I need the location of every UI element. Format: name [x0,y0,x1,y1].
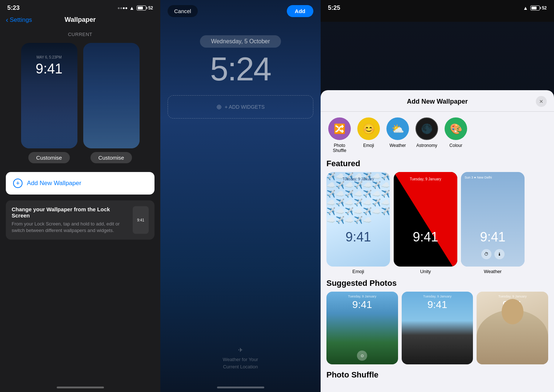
close-icon: ✕ [539,99,543,104]
emoji-type-icon: 😊 [357,117,380,140]
astronomy-label: Astronomy [416,143,437,148]
emoji-date: Tuesday, 9 January [326,177,390,181]
suggested-grid: Tuesday, 9 January 9:41 ⊙ Tuesday, 9 Jan… [321,292,554,367]
wallpaper-previews: MAY 6, 5:23PM 9:41 Customise Customise [0,43,160,163]
emoji-icon: 😊 [362,123,375,135]
person-face [502,299,523,324]
info-phone-preview: 9:41 [133,206,149,234]
p2-add-widgets[interactable]: ⊕ + ADD WIDGETS [168,95,313,119]
featured-weather-card[interactable]: Sun 3 ● New Delhi 9:41 ⏱ 🌡 Weather [461,172,525,274]
unity-triangle [394,172,457,267]
suggested-photo-3[interactable]: Tuesday, 9 January 9:41 [477,292,548,364]
customise-lock-button[interactable]: Customise [28,152,70,163]
status-icons-p1: ▲ 52 [118,5,153,11]
modal-header: Add New Wallpaper ✕ [321,90,554,112]
page-title: Wallpaper [65,16,96,24]
wp-type-photo-shuffle[interactable]: 🔀 PhotoShuffle [325,117,354,153]
emoji-airplane-pattern: ✈️☁️✈️☁️✈️☁️✈️☁️✈️☁️✈️☁️✈️☁️✈️☁️✈️☁️✈️☁️… [326,172,390,267]
suggested-photo-2[interactable]: Tuesday, 9 January 9:41 [402,292,473,364]
weather-label: Weather [389,143,406,148]
signal-dot-3 [123,7,125,9]
battery-label: 52 [148,5,153,11]
sg1-date: Tuesday, 9 January [326,295,398,298]
sg1-widget: ⊙ [357,351,367,361]
suggested-title: Suggested Photos [321,277,554,292]
add-widgets-label: + ADD WIDGETS [225,104,265,110]
add-wallpaper-label: Add New Wallpaper [27,180,81,187]
wp-type-colour[interactable]: 🎨 Colour [441,117,470,153]
add-wallpaper-modal: Add New Wallpaper ✕ 🔀 PhotoShuffle [321,90,554,392]
sg2-date: Tuesday, 9 January [402,295,473,298]
current-section-label: CURRENT [0,32,160,37]
home-screen-card[interactable]: Customise [83,43,140,163]
colour-type-icon: 🎨 [445,117,467,140]
panel3-add-wallpaper: 5:25 ▲ 52 Add New Wallpaper ✕ [321,0,554,392]
weather-widgets: ⏱ 🌡 [461,249,525,259]
status-icons-p3: ▲ 52 [523,5,547,11]
p2-weather-info: ✈ Weather for YourCurrent Location [160,346,321,370]
wifi-icon: ▲ [129,5,135,11]
battery-icon [137,5,146,11]
colour-label: Colour [449,143,462,148]
modal-scroll-area[interactable]: 🔀 PhotoShuffle 😊 Emoji ⛅ [321,112,554,392]
sg3-person [477,292,548,364]
featured-unity-thumb: Tuesday, 9 January 9:41 [394,172,457,267]
featured-unity-card[interactable]: Tuesday, 9 January 9:41 Unity [394,172,457,274]
astronomy-emoji: 🌑 [421,123,433,135]
info-title: Change your Wallpaper from the Lock Scre… [12,206,128,219]
modal-close-button[interactable]: ✕ [536,96,547,107]
suggested-thumb-2: Tuesday, 9 January 9:41 [402,292,473,364]
home-screen-thumb [83,43,140,148]
modal-overlay: Add New Wallpaper ✕ 🔀 PhotoShuffle [321,0,554,392]
emoji-time: 9:41 [326,229,390,245]
sg2-time: 9:41 [402,299,473,311]
cancel-button[interactable]: Cancel [168,5,198,17]
weather-widget-1: ⏱ [481,249,491,259]
panel1-settings-wallpaper: 5:23 ▲ 52 ‹ Settings Wallpaper CURRENT M… [0,0,160,392]
photo-shuffle-title: Photo Shuffle [321,367,554,381]
featured-weather-label: Weather [484,269,502,274]
status-bar-panel1: 5:23 ▲ 52 [0,0,160,15]
unity-time: 9:41 [394,229,457,245]
wp-type-emoji[interactable]: 😊 Emoji [354,117,383,153]
battery-fill [138,7,143,9]
battery-p3 [530,5,540,11]
info-section: Change your Wallpaper from the Lock Scre… [6,200,154,240]
weather-emoji: ⛅ [392,123,404,135]
panel2-lock-picker: Cancel Add Wednesday, 5 October 5:24 ⊕ +… [160,0,321,392]
customise-home-button[interactable]: Customise [91,152,132,163]
signal-dot-1 [118,7,120,9]
location-icon: ✈ [160,346,321,355]
home-indicator-p2 [217,387,264,388]
lock-screen-card[interactable]: MAY 6, 5:23PM 9:41 Customise [21,43,77,163]
add-button[interactable]: Add [287,5,313,17]
colour-emoji: 🎨 [450,123,462,135]
suggested-photo-1[interactable]: Tuesday, 9 January 9:41 ⊙ [326,292,398,364]
featured-emoji-label: Emoji [352,269,364,274]
featured-grid: ✈️☁️✈️☁️✈️☁️✈️☁️✈️☁️✈️☁️✈️☁️✈️☁️✈️☁️✈️☁️… [321,172,554,277]
weather-date: Sun 3 ● New Delhi [465,176,492,180]
photo-shuffle-icon: 🔀 [328,117,351,140]
wp-type-weather[interactable]: ⛅ Weather [383,117,412,153]
bottom-spacer [321,381,554,392]
info-text: Change your Wallpaper from the Lock Scre… [12,206,128,234]
wp-type-astronomy[interactable]: 🌑 Astronomy [412,117,441,153]
p2-date-display: Wednesday, 5 October [200,35,281,48]
p2-time-display: 5:24 [160,51,321,88]
astronomy-type-icon: 🌑 [416,117,438,140]
lock-date-small: MAY 6, 5:23PM [36,55,61,59]
photo-shuffle-emoji: 🔀 [334,123,345,135]
unity-date: Tuesday, 9 January [394,177,457,181]
back-button[interactable]: ‹ Settings [6,16,32,24]
modal-title: Add New Wallpaper [339,98,536,105]
sg1-time: 9:41 [326,299,398,311]
battery-label-p3: 52 [542,5,547,11]
add-widgets-icon: ⊕ [216,103,222,111]
add-new-wallpaper-row[interactable]: + Add New Wallpaper [6,172,154,195]
nav-bar-p1: ‹ Settings Wallpaper [0,15,160,28]
status-time-p3: 5:25 [328,4,340,12]
person-shape [477,310,548,364]
info-phone-time: 9:41 [137,218,144,222]
featured-emoji-card[interactable]: ✈️☁️✈️☁️✈️☁️✈️☁️✈️☁️✈️☁️✈️☁️✈️☁️✈️☁️✈️☁️… [326,172,390,274]
lock-screen-thumb: MAY 6, 5:23PM 9:41 [21,43,77,148]
